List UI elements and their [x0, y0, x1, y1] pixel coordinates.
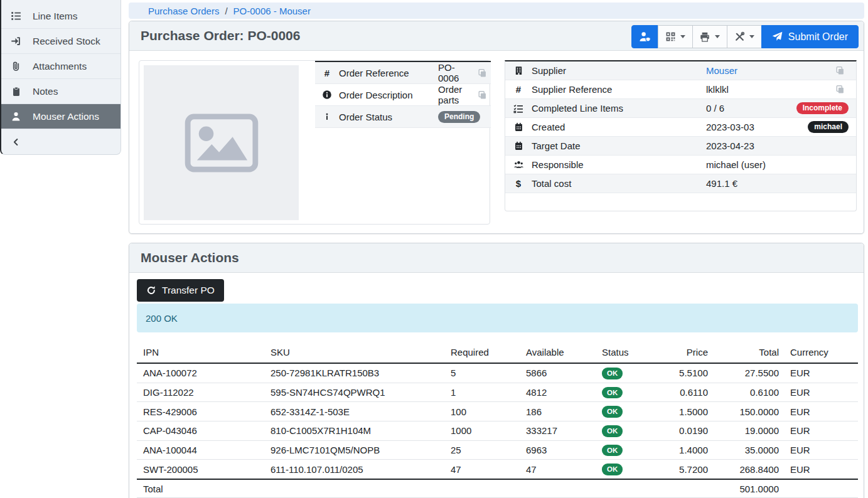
copy-icon[interactable] [473, 68, 491, 78]
order-description-row: Order Description Order parts [315, 84, 491, 106]
col-required: Required [444, 342, 520, 363]
page-title: Purchase Order: PO-0006 [141, 28, 300, 43]
table-total-row: Total 501.0000 [137, 479, 858, 498]
cell-price: 5.5100 [658, 363, 713, 383]
cell-required: 25 [444, 440, 520, 460]
supplier-details-table: Supplier Mouser # Supplier Reference lkl… [505, 60, 857, 211]
ok-badge: OK [602, 406, 623, 418]
qrcode-icon [665, 31, 676, 42]
cell-price: 1.5000 [658, 402, 713, 421]
ok-badge: OK [602, 387, 623, 399]
order-actions-button[interactable] [727, 25, 762, 48]
rotate-icon [146, 285, 156, 295]
transfer-po-button[interactable]: Transfer PO [137, 279, 224, 302]
sidebar-item-received-stock[interactable]: Received Stock [1, 29, 121, 54]
copy-icon[interactable] [831, 85, 849, 94]
col-ipn: IPN [137, 342, 264, 363]
detail-label: Supplier [532, 65, 706, 76]
table-row: ANA-100072 250-72981KLRATR150B3 5 5866 O… [137, 363, 858, 383]
cell-available: 333217 [520, 421, 596, 440]
users-icon [505, 159, 532, 170]
detail-value: lklklkl [706, 84, 791, 95]
cell-required: 100 [444, 402, 520, 421]
cell-ipn: ANA-100044 [137, 440, 264, 460]
dollar-icon: $ [505, 178, 532, 189]
barcode-actions-button[interactable] [658, 25, 693, 48]
detail-label: Total cost [532, 178, 706, 189]
detail-value: PO-0006 [438, 62, 473, 83]
mouser-actions-header: Mouser Actions [129, 243, 864, 273]
user-badge: michael [808, 121, 849, 133]
sidebar-item-notes[interactable]: Notes [1, 79, 121, 104]
breadcrumb-link-po[interactable]: PO-0006 - Mouser [233, 6, 311, 16]
ok-badge: OK [602, 368, 623, 379]
supplier-row: Supplier Mouser [505, 61, 856, 80]
cell-sku: 926-LMC7101QM5/NOPB [264, 440, 444, 460]
empty-row [505, 193, 856, 211]
caret-down-icon [715, 35, 720, 38]
sign-in-icon [10, 36, 22, 46]
cell-ipn: DIG-112022 [137, 383, 264, 402]
caret-down-icon [749, 35, 754, 38]
detail-value: Order parts [438, 84, 473, 105]
sidebar-item-label: Notes [33, 86, 58, 97]
submit-order-button[interactable]: Submit Order [761, 25, 859, 48]
line-items-table: IPN SKU Required Available Status Price … [137, 342, 858, 498]
created-row: Created 2023-03-03 michael [505, 118, 856, 137]
cell-ipn: ANA-100072 [137, 363, 264, 383]
detail-value: 491.1 € [706, 178, 791, 189]
purchase-order-panel-header: Purchase Order: PO-0006 [129, 21, 864, 51]
image-placeholder-icon [185, 114, 259, 172]
total-label: Total [137, 479, 264, 498]
cell-sku: 652-3314Z-1-503E [264, 402, 444, 421]
sidebar-item-mouser-actions[interactable]: Mouser Actions [1, 104, 121, 129]
sidebar-collapse-button[interactable] [1, 129, 121, 154]
total-value: 501.0000 [713, 479, 784, 498]
col-available: Available [520, 342, 596, 363]
detail-label: Responsible [532, 159, 706, 170]
cell-required: 47 [444, 460, 520, 479]
cell-total: 19.0000 [713, 421, 784, 440]
detail-value: michael (user) [706, 159, 791, 170]
order-summary-card: # Order Reference PO-0006 Order Descript… [139, 60, 490, 225]
copy-icon[interactable] [473, 90, 491, 100]
supplier-link[interactable]: Mouser [706, 65, 737, 76]
hash-icon: # [315, 68, 339, 78]
cell-currency: EUR [784, 421, 858, 440]
cell-currency: EUR [784, 363, 858, 383]
completed-line-items-row: Completed Line Items 0 / 6 Incomplete [505, 99, 856, 118]
sidebar-item-label: Received Stock [33, 36, 100, 47]
sidebar: Line Items Received Stock Attachments No… [0, 0, 121, 155]
purchase-order-panel: Purchase Order: PO-0006 [129, 21, 864, 234]
ok-badge: OK [602, 445, 623, 457]
clipboard-icon [10, 87, 22, 97]
detail-value: 2023-03-03 [706, 122, 791, 132]
cell-required: 5 [444, 363, 520, 383]
responsible-row: Responsible michael (user) [505, 156, 856, 174]
admin-user-button[interactable] [631, 25, 658, 48]
sidebar-item-attachments[interactable]: Attachments [1, 54, 121, 79]
total-cost-row: $ Total cost 491.1 € [505, 174, 856, 193]
copy-icon[interactable] [831, 66, 849, 75]
table-row: CAP-043046 810-C1005X7R1H104M 1000 33321… [137, 421, 858, 440]
detail-label: Supplier Reference [532, 84, 706, 95]
breadcrumb-link-purchase-orders[interactable]: Purchase Orders [148, 6, 219, 16]
cell-currency: EUR [784, 460, 858, 479]
detail-label: Completed Line Items [532, 103, 706, 114]
cell-price: 1.4000 [658, 440, 713, 460]
print-actions-button[interactable] [692, 25, 727, 48]
col-status: Status [596, 342, 658, 363]
tools-icon [734, 31, 745, 42]
transfer-po-label: Transfer PO [162, 285, 215, 296]
cell-currency: EUR [784, 440, 858, 460]
detail-label: Target Date [532, 140, 706, 151]
mouser-actions-panel: Mouser Actions Transfer PO 200 OK IPN SK… [129, 243, 864, 498]
user-shield-icon [639, 31, 651, 43]
cell-sku: 250-72981KLRATR150B3 [264, 363, 444, 383]
detail-value: 2023-04-23 [706, 140, 791, 151]
sidebar-item-line-items[interactable]: Line Items [1, 4, 121, 29]
cell-ipn: RES-429006 [137, 402, 264, 421]
table-header-row: IPN SKU Required Available Status Price … [137, 342, 858, 363]
table-row: SWT-200005 611-110.107.011/0205 47 47 OK… [137, 460, 858, 479]
cell-available: 186 [520, 402, 596, 421]
